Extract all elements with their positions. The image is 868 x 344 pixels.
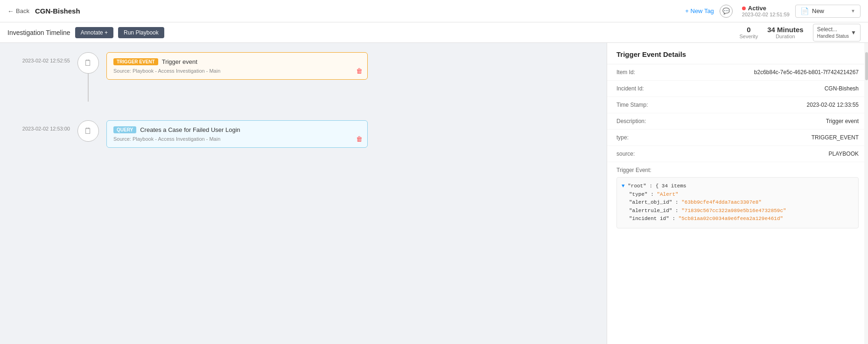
card-header: TRIGGER EVENT Trigger event xyxy=(113,58,361,65)
handled-status-text: Select... Handled Status xyxy=(817,26,849,39)
annotate-button[interactable]: Annotate + xyxy=(75,27,113,38)
sub-bar-left: Investigation Timeline Annotate + Run Pl… xyxy=(7,27,735,38)
detail-row-description: Description: Trigger event xyxy=(607,113,868,130)
severity-metric: 0 Severity xyxy=(739,26,758,39)
json-collapse-icon[interactable]: ▼ xyxy=(622,183,625,189)
run-playbook-button[interactable]: Run Playbook xyxy=(118,27,164,38)
comment-icon: 💬 xyxy=(722,7,730,14)
duration-value: 34 Minutes xyxy=(767,26,804,34)
duration-label: Duration xyxy=(776,34,795,39)
main-content: 2023-02-02 12:52:55 🗒 TRIGGER EVENT Trig… xyxy=(0,43,868,344)
severity-label: Severity xyxy=(739,34,758,39)
document-icon: 📄 xyxy=(800,7,809,15)
source-label: source: xyxy=(616,151,668,157)
timeline-node-icon: 🗒 xyxy=(77,52,99,74)
active-date: 2023-02-02 12:51:59 xyxy=(742,12,790,17)
details-panel: Trigger Event Details Item Id: b2c6b84c-… xyxy=(607,43,868,344)
trigger-badge: TRIGGER EVENT xyxy=(113,58,158,65)
json-alertrule-val: "71839c567cc322a989e5b16e4732859c" xyxy=(681,208,786,213)
timeline-timestamp: 2023-02-02 12:52:55 xyxy=(5,52,70,63)
timeline-connector-line xyxy=(88,74,89,102)
timeline-timestamp: 2023-02-02 12:53:00 xyxy=(5,120,70,131)
trigger-event-section-label: Trigger Event: xyxy=(616,167,859,173)
source-value: PLAYBOOK xyxy=(672,151,859,157)
card-delete-button[interactable]: 🗑 xyxy=(356,135,363,143)
card-delete-button[interactable]: 🗑 xyxy=(356,67,363,75)
sub-bar: Investigation Timeline Annotate + Run Pl… xyxy=(0,22,868,43)
json-alert-obj-val: "63bb9cfe4f4dda7aac3307e8" xyxy=(681,200,762,205)
new-tag-button[interactable]: + New Tag xyxy=(685,7,714,14)
duration-metric: 34 Minutes Duration xyxy=(767,26,804,39)
trigger-event-section: Trigger Event: ▼ "root" : { 34 items "ty… xyxy=(607,162,868,233)
new-status-dropdown[interactable]: 📄 New ▼ xyxy=(795,5,861,18)
query-event-card[interactable]: QUERY Creates a Case for Failed User Log… xyxy=(106,120,368,148)
timestamp-value: 2023-02-02 12:33:55 xyxy=(672,102,859,108)
incident-id-label: Incident Id: xyxy=(616,85,668,92)
timeline-area: 2023-02-02 12:52:55 🗒 TRIGGER EVENT Trig… xyxy=(0,43,607,344)
back-button[interactable]: ← Back xyxy=(7,7,29,15)
json-incident-val: "5cb81aa02c0034a9e6feea2a129e461d" xyxy=(679,216,783,221)
comment-icon-button[interactable]: 💬 xyxy=(720,5,733,18)
timeline-node-icon: 🗒 xyxy=(77,120,99,142)
severity-value: 0 xyxy=(747,26,750,34)
new-badge-label: New xyxy=(812,7,848,14)
detail-row-item-id: Item Id: b2c6b84c-7e5c-4626-b801-7f74242… xyxy=(607,64,868,81)
description-value: Trigger event xyxy=(672,118,859,124)
top-bar: ← Back CGN-Bishesh + New Tag 💬 Active 20… xyxy=(0,0,868,22)
scroll-track xyxy=(864,43,868,344)
json-alert-obj-key: "alert_obj_id" xyxy=(629,200,672,205)
active-indicator: Active 2023-02-02 12:51:59 xyxy=(742,5,790,17)
handled-status-dropdown[interactable]: Select... Handled Status ▼ xyxy=(813,24,861,41)
type-label: type: xyxy=(616,134,668,141)
chevron-down-icon: ▼ xyxy=(851,8,855,14)
card-title: Creates a Case for Failed User Login xyxy=(140,126,240,133)
json-viewer: ▼ "root" : { 34 items "type" : "Alert" "… xyxy=(616,177,859,228)
item-id-value: b2c6b84c-7e5c-4626-b801-7f7424214267 xyxy=(672,69,859,76)
active-dot-icon xyxy=(742,7,746,10)
json-body: "type" : "Alert" "alert_obj_id" : "63bb9… xyxy=(622,191,854,223)
scroll-thumb[interactable] xyxy=(865,52,868,80)
detail-row-timestamp: Time Stamp: 2023-02-02 12:33:55 xyxy=(607,97,868,113)
query-badge: QUERY xyxy=(113,126,136,133)
json-root-key: "root" : { 34 items xyxy=(628,183,686,189)
timeline-node-wrap: 🗒 xyxy=(77,120,99,142)
json-type-val: "Alert" xyxy=(657,192,678,197)
timeline-node-wrap: 🗒 xyxy=(77,52,99,102)
timeline-item: 2023-02-02 12:53:00 🗒 QUERY Creates a Ca… xyxy=(5,120,597,148)
item-id-label: Item Id: xyxy=(616,69,668,76)
active-label: Active xyxy=(748,5,766,12)
card-source: Source: Playbook - Access Investigation … xyxy=(113,68,361,74)
timestamp-label: Time Stamp: xyxy=(616,102,668,108)
back-label: Back xyxy=(16,7,29,14)
type-value: TRIGGER_EVENT xyxy=(672,134,859,141)
json-incident-key: "incident id" xyxy=(629,216,669,221)
incident-id-value: CGN-Bishesh xyxy=(672,85,859,92)
description-label: Description: xyxy=(616,118,668,124)
card-source: Source: Playbook - Access Investigation … xyxy=(113,136,361,142)
card-header: QUERY Creates a Case for Failed User Log… xyxy=(113,126,361,133)
investigation-timeline-label: Investigation Timeline xyxy=(7,29,70,36)
detail-row-type: type: TRIGGER_EVENT xyxy=(607,130,868,146)
detail-row-incident-id: Incident Id: CGN-Bishesh xyxy=(607,81,868,97)
json-type-key: "type" xyxy=(629,192,648,197)
detail-row-source: source: PLAYBOOK xyxy=(607,146,868,162)
details-header: Trigger Event Details xyxy=(607,43,868,64)
sub-bar-right: 0 Severity 34 Minutes Duration Select...… xyxy=(739,24,861,41)
file-icon: 🗒 xyxy=(84,126,92,136)
card-title: Trigger event xyxy=(162,58,197,65)
timeline-item: 2023-02-02 12:52:55 🗒 TRIGGER EVENT Trig… xyxy=(5,52,597,102)
incident-title: CGN-Bishesh xyxy=(35,7,80,15)
back-arrow-icon: ← xyxy=(7,7,14,15)
file-icon: 🗒 xyxy=(84,58,92,68)
json-alertrule-key: "alertrule_id" xyxy=(629,208,672,213)
handled-status-chevron-icon: ▼ xyxy=(851,29,856,36)
trigger-event-card[interactable]: TRIGGER EVENT Trigger event Source: Play… xyxy=(106,52,368,80)
